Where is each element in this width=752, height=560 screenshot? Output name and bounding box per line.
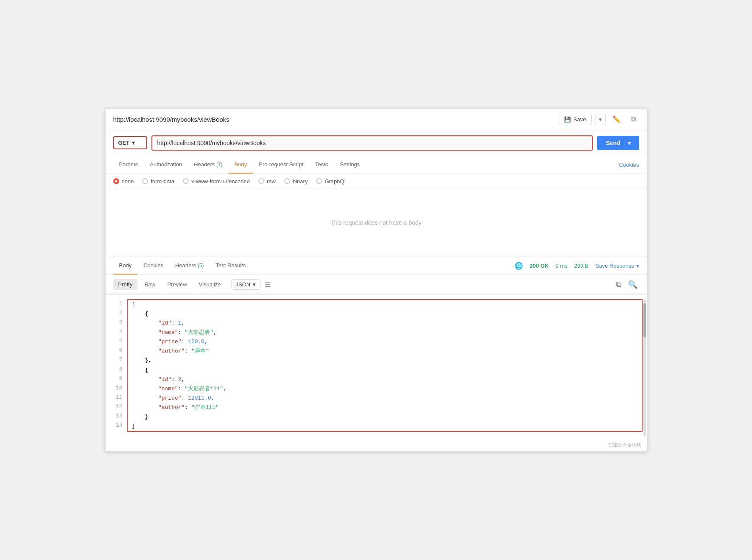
send-chevron-icon[interactable]: ▾ [624,140,631,146]
format-tab-pretty[interactable]: Pretty [113,279,138,290]
method-chevron-icon: ▾ [132,140,135,146]
body-type-graphql[interactable]: GraphQL [316,178,347,185]
response-section: Body Cookies Headers (5) Test Results 🌐 … [106,257,647,440]
response-time: 9 ms [556,263,567,269]
format-tab-raw[interactable]: Raw [139,279,160,290]
scrollbar-thumb[interactable] [643,303,646,337]
response-tab-headers[interactable]: Headers (5) [169,257,210,274]
format-tab-preview[interactable]: Preview [162,279,192,290]
copy-response-icon[interactable]: ⧉ [614,278,623,291]
watermark: CSDN 金金铃块 [106,440,647,451]
body-type-form-data[interactable]: form-data [142,178,174,185]
tab-tests[interactable]: Tests [309,156,334,174]
radio-binary-dot [284,178,290,184]
title-actions: 💾 Save ▾ ✏️ ⧉ [559,113,639,126]
send-label: Send [606,140,620,146]
response-status: 200 OK [530,263,549,269]
radio-raw-dot [258,178,264,184]
cookies-link[interactable]: Cookies [619,157,639,173]
tab-body[interactable]: Body [229,156,253,174]
tab-headers[interactable]: Headers (7) [188,156,228,174]
body-type-bar: none form-data x-www-form-urlencoded raw… [106,174,647,189]
format-right-actions: ⧉ 🔍 [614,278,639,291]
body-type-binary[interactable]: binary [284,178,308,185]
globe-icon: 🌐 [514,262,523,270]
body-type-raw[interactable]: raw [258,178,276,185]
scrollbar[interactable] [643,299,646,436]
tab-params[interactable]: Params [113,156,144,174]
save-button[interactable]: 💾 Save [559,114,592,125]
body-type-none[interactable]: none [113,178,134,185]
request-tabs-bar: Params Authorization Headers (7) Body Pr… [106,156,647,174]
save-dropdown-button[interactable]: ▾ [595,114,606,125]
url-input-wrapper [151,135,593,151]
method-selector[interactable]: GET ▾ [113,136,147,149]
response-tab-body[interactable]: Body [113,257,138,274]
response-size: 299 B [574,263,589,269]
filter-icon[interactable]: ☰ [262,279,273,290]
format-tab-visualize[interactable]: Visualize [194,279,226,290]
save-response-chevron-icon: ▾ [636,263,639,269]
response-tab-cookies[interactable]: Cookies [137,257,169,274]
request-bar: GET ▾ Send ▾ [106,130,647,156]
method-label: GET [118,140,130,146]
radio-none-dot [113,178,119,184]
json-selector-chevron-icon: ▾ [253,281,256,288]
json-content[interactable]: [ { "id": 1, "name": "火影忍者", "price": 12… [127,299,643,432]
radio-graphql-dot [316,178,322,184]
search-response-icon[interactable]: 🔍 [626,278,639,291]
response-tabs-bar: Body Cookies Headers (5) Test Results 🌐 … [106,257,647,275]
response-meta: 🌐 200 OK 9 ms 299 B Save Response ▾ [514,262,639,270]
request-title: http://localhost:9090/mybooks/viewBooks [113,116,229,123]
json-format-selector[interactable]: JSON ▾ [231,279,261,290]
save-response-button[interactable]: Save Response ▾ [595,263,639,269]
postman-window: http://localhost:9090/mybooks/viewBooks … [105,108,648,452]
json-viewer: 1234567891011121314 [ { "id": 1, "name":… [106,295,647,440]
save-disk-icon: 💾 [564,116,571,123]
response-tab-test-results[interactable]: Test Results [210,257,252,274]
edit-icon[interactable]: ✏️ [609,113,624,126]
radio-form-data-dot [142,178,148,184]
title-bar: http://localhost:9090/mybooks/viewBooks … [106,109,647,130]
send-button[interactable]: Send ▾ [597,136,639,150]
body-type-urlencoded[interactable]: x-www-form-urlencoded [183,178,250,185]
tab-authorization[interactable]: Authorization [144,156,188,174]
save-label: Save [573,116,586,123]
tab-pre-request-script[interactable]: Pre-request Script [253,156,309,174]
radio-urlencoded-dot [183,178,189,184]
copy-request-icon[interactable]: ⧉ [628,113,639,125]
body-empty-message: This request does not have a body [106,189,647,257]
response-format-bar: Pretty Raw Preview Visualize JSON ▾ ☰ ⧉ … [106,275,647,295]
url-input[interactable] [152,136,593,150]
tab-settings[interactable]: Settings [334,156,366,174]
line-numbers: 1234567891011121314 [106,299,127,436]
